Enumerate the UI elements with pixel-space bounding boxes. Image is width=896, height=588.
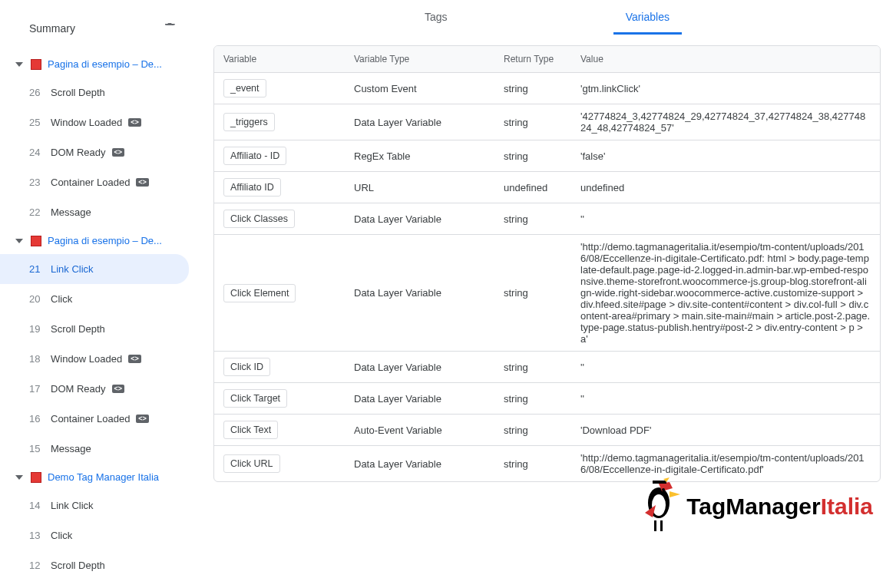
cell-value: 'Download PDF': [571, 418, 880, 442]
table-row[interactable]: Affiliato IDURLundefinedundefined: [214, 172, 880, 203]
cell-variable-type: URL: [345, 176, 494, 200]
event-label: Window Loaded: [51, 117, 122, 128]
sidebar: Summary Pagina di esempio – De...26Scrol…: [0, 0, 198, 580]
cell-return-type: string: [494, 281, 571, 305]
cell-value: undefined: [571, 176, 880, 200]
event-number: 22: [29, 206, 46, 218]
variable-chip[interactable]: _event: [223, 79, 266, 97]
cell-return-type: string: [494, 452, 571, 476]
tab-tags[interactable]: Tags: [412, 0, 460, 35]
svg-rect-9: [653, 481, 666, 484]
api-badge-icon: <>: [136, 178, 149, 187]
cell-variable: Click Classes: [214, 203, 345, 234]
svg-rect-14: [660, 520, 663, 531]
cell-variable: Click Text: [214, 415, 345, 445]
table-row[interactable]: Affiliato - IDRegEx Tablestring'false': [214, 140, 880, 172]
sidebar-event-item[interactable]: 16Container Loaded<>: [0, 404, 198, 434]
sidebar-event-item[interactable]: 25Window Loaded<>: [0, 107, 198, 137]
cell-variable: Click Element: [214, 278, 345, 309]
table-row[interactable]: Click TextAuto-Event Variablestring'Down…: [214, 415, 880, 446]
caret-down-icon: [15, 61, 23, 68]
sidebar-group-title: Pagina di esempio – De...: [48, 58, 162, 70]
col-value: Value: [571, 46, 880, 72]
sidebar-group-header[interactable]: Pagina di esempio – De...: [0, 51, 198, 78]
summary-label: Summary: [29, 22, 75, 35]
sidebar-event-item[interactable]: 23Container Loaded<>: [0, 167, 198, 197]
caret-down-icon: [15, 237, 23, 245]
tabs: Tags Variables: [213, 0, 881, 35]
svg-point-7: [652, 494, 666, 516]
sidebar-event-item[interactable]: 15Message: [0, 434, 198, 464]
api-badge-icon: <>: [128, 355, 141, 363]
cell-variable-type: Data Layer Variable: [345, 355, 494, 379]
sidebar-event-item[interactable]: 21Link Click: [0, 254, 189, 284]
table-row[interactable]: _triggersData Layer Variablestring'42774…: [214, 104, 880, 140]
variable-chip[interactable]: Click Text: [223, 421, 278, 439]
sidebar-event-item[interactable]: 24DOM Ready<>: [0, 137, 198, 167]
event-label: Container Loaded: [51, 177, 130, 188]
cell-value: 'false': [571, 144, 880, 168]
table-row[interactable]: Click ElementData Layer Variablestring'h…: [214, 235, 880, 352]
event-number: 26: [29, 87, 46, 98]
page-status-icon: [31, 472, 41, 483]
sidebar-event-item[interactable]: 20Click: [0, 284, 198, 314]
clear-events-icon[interactable]: [163, 21, 177, 35]
variable-chip[interactable]: Affiliato ID: [223, 178, 281, 197]
api-badge-icon: <>: [136, 415, 149, 423]
page-status-icon: [31, 59, 41, 70]
sidebar-event-item[interactable]: 12Scroll Depth: [0, 550, 198, 580]
variable-chip[interactable]: _triggers: [223, 113, 275, 131]
cell-variable: Affiliato ID: [214, 172, 345, 203]
summary-row[interactable]: Summary: [0, 6, 198, 51]
svg-marker-4: [15, 239, 23, 243]
variable-chip[interactable]: Affiliato - ID: [223, 147, 286, 165]
cell-return-type: undefined: [494, 176, 571, 200]
table-row[interactable]: Click ClassesData Layer Variablestring'': [214, 203, 880, 235]
sidebar-event-item[interactable]: 13Click: [0, 520, 198, 550]
sidebar-event-item[interactable]: 26Scroll Depth: [0, 78, 198, 107]
cell-value: '': [571, 207, 880, 231]
sidebar-group-header[interactable]: Demo Tag Manager Italia: [0, 464, 198, 491]
woodpecker-icon: [636, 476, 682, 537]
sidebar-event-item[interactable]: 19Scroll Depth: [0, 314, 198, 344]
variable-chip[interactable]: Click Classes: [223, 210, 295, 228]
svg-rect-13: [654, 520, 656, 531]
event-label: Link Click: [51, 500, 94, 511]
table-row[interactable]: Click TargetData Layer Variablestring'': [214, 383, 880, 415]
event-label: Link Click: [51, 263, 94, 275]
sidebar-event-item[interactable]: 17DOM Ready<>: [0, 374, 198, 404]
table-row[interactable]: _eventCustom Eventstring'gtm.linkClick': [214, 73, 880, 104]
brand-text: TagManagerItalia: [686, 494, 873, 520]
sidebar-group-header[interactable]: Pagina di esempio – De...: [0, 227, 198, 254]
event-label: DOM Ready: [51, 383, 106, 395]
event-number: 23: [29, 177, 46, 188]
event-label: Scroll Depth: [51, 560, 105, 571]
cell-variable: _event: [214, 73, 345, 104]
col-variable-type: Variable Type: [345, 46, 494, 72]
event-number: 19: [29, 323, 46, 335]
cell-variable-type: Custom Event: [345, 77, 494, 101]
cell-return-type: string: [494, 418, 571, 442]
cell-variable: Click ID: [214, 352, 345, 382]
variable-chip[interactable]: Click ID: [223, 358, 270, 376]
tab-variables[interactable]: Variables: [613, 0, 682, 35]
cell-value: '42774824_3,42774824_29,42774824_37,4277…: [571, 104, 880, 140]
cell-variable-type: Data Layer Variable: [345, 111, 494, 134]
col-return-type: Return Type: [494, 46, 571, 72]
main-panel: Tags Variables Variable Variable Type Re…: [198, 0, 896, 580]
sidebar-event-item[interactable]: 14Link Click: [0, 491, 198, 520]
table-row[interactable]: Click IDData Layer Variablestring'': [214, 352, 880, 383]
cell-return-type: string: [494, 207, 571, 231]
variable-chip[interactable]: Click Element: [223, 284, 296, 302]
variable-chip[interactable]: Click Target: [223, 389, 287, 408]
sidebar-event-item[interactable]: 18Window Loaded<>: [0, 344, 198, 374]
variables-table: Variable Variable Type Return Type Value…: [213, 45, 881, 482]
cell-variable-type: Data Layer Variable: [345, 387, 494, 411]
caret-down-icon: [15, 474, 23, 481]
svg-marker-5: [15, 475, 23, 480]
cell-value: '': [571, 355, 880, 379]
event-number: 12: [29, 560, 46, 571]
cell-variable: Click URL: [214, 448, 345, 479]
variable-chip[interactable]: Click URL: [223, 454, 280, 473]
sidebar-event-item[interactable]: 22Message: [0, 197, 198, 227]
